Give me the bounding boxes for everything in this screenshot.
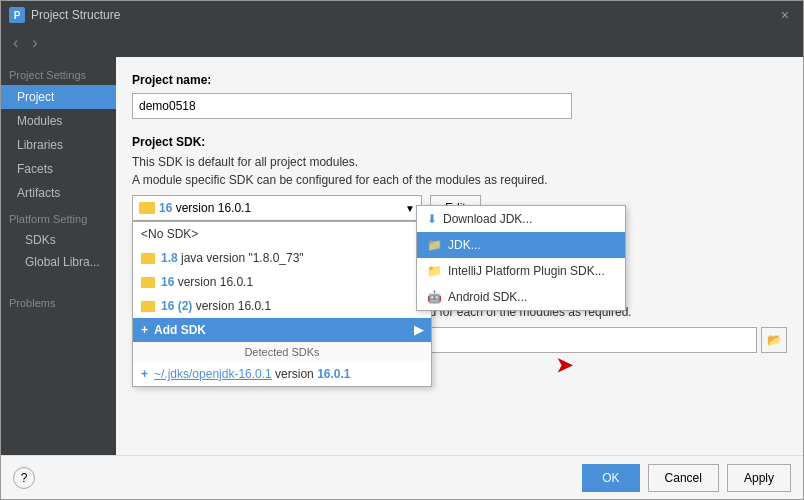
browse-icon: 📂 [767,333,782,347]
project-sdk-label: Project SDK: [132,135,787,149]
add-sdk-option[interactable]: + Add SDK ▶ [133,318,431,342]
apply-button[interactable]: Apply [727,464,791,492]
bottom-bar: ? OK Cancel Apply [1,455,803,499]
sdk-desc1: This SDK is default for all project modu… [132,155,787,169]
plugin-icon: 📁 [427,264,442,278]
content-area: Project name: Project SDK: This SDK is d… [116,57,803,455]
back-button[interactable]: ‹ [9,32,22,54]
android-sdk-option[interactable]: 🤖 Android SDK... [417,284,625,310]
platform-settings-section-label: Platform Setting [1,205,116,229]
forward-button[interactable]: › [28,32,41,54]
path-browse-button[interactable]: 📂 [761,327,787,353]
close-button[interactable]: × [775,5,795,25]
sdk-option-no-sdk[interactable]: <No SDK> [133,222,431,246]
ok-button[interactable]: OK [582,464,639,492]
folder-icon [141,277,155,288]
jdk-option[interactable]: 📁 JDK... [417,232,625,258]
chevron-right-icon: ▶ [414,323,423,337]
add-sdk-submenu: ⬇ Download JDK... 📁 JDK... 📁 IntelliJ Pl… [416,205,626,311]
sdk-option-16-2[interactable]: 16 (2) version 16.0.1 [133,294,431,318]
cancel-button[interactable]: Cancel [648,464,719,492]
folder-icon [141,253,155,264]
sdk-option-16[interactable]: 16 version 16.0.1 [133,270,431,294]
sidebar-item-global-libraries[interactable]: Global Libra... [1,251,116,273]
project-name-label: Project name: [132,73,787,87]
chevron-down-icon: ▼ [405,203,415,214]
project-settings-section-label: Project Settings [1,61,116,85]
sidebar-item-modules[interactable]: Modules [1,109,116,133]
sdk-dropdown-button[interactable]: 16 version 16.0.1 ▼ [132,195,422,221]
title-bar-text: Project Structure [31,8,769,22]
red-arrow-2: ➤ [556,353,573,377]
download-icon: ⬇ [427,212,437,226]
problems-label: Problems [1,289,116,313]
android-icon: 🤖 [427,290,442,304]
folder-icon [141,301,155,312]
app-icon: P [9,7,25,23]
main-content: Project Settings Project Modules Librari… [1,57,803,455]
sdk-selected-value: 16 version 16.0.1 [159,201,251,215]
sidebar-item-facets[interactable]: Facets [1,157,116,181]
sidebar-item-libraries[interactable]: Libraries [1,133,116,157]
plus-icon: + [141,323,148,337]
download-jdk-option[interactable]: ⬇ Download JDK... [417,206,625,232]
sidebar: Project Settings Project Modules Librari… [1,57,116,455]
sdk-dropdown-menu: <No SDK> 1.8 java version "1.8.0_73" 16 … [132,221,432,387]
sidebar-item-artifacts[interactable]: Artifacts [1,181,116,205]
sdk-desc2: A module specific SDK can be configured … [132,173,787,187]
project-name-input[interactable] [132,93,572,119]
sidebar-item-sdks[interactable]: SDKs [1,229,116,251]
bottom-actions: OK Cancel Apply [582,464,791,492]
sdk-section: Project SDK: This SDK is default for all… [132,135,787,221]
sdk-dropdown: 16 version 16.0.1 ▼ <No SDK> [132,195,422,221]
folder-icon [139,202,155,214]
detected-sdks-label: Detected SDKs [133,342,431,362]
sdk-option-1-8[interactable]: 1.8 java version "1.8.0_73" [133,246,431,270]
jdk-icon: 📁 [427,238,442,252]
nav-bar: ‹ › [1,29,803,57]
title-bar: P Project Structure × [1,1,803,29]
detected-sdk-item[interactable]: + ~/.jdks/openjdk-16.0.1 version 16.0.1 [133,362,431,386]
sidebar-item-project[interactable]: Project [1,85,116,109]
intellij-plugin-sdk-option[interactable]: 📁 IntelliJ Platform Plugin SDK... [417,258,625,284]
no-sdk-label: <No SDK> [141,227,198,241]
project-structure-dialog: P Project Structure × ‹ › Project Settin… [0,0,804,500]
plus-icon: + [141,367,148,381]
help-button[interactable]: ? [13,467,35,489]
